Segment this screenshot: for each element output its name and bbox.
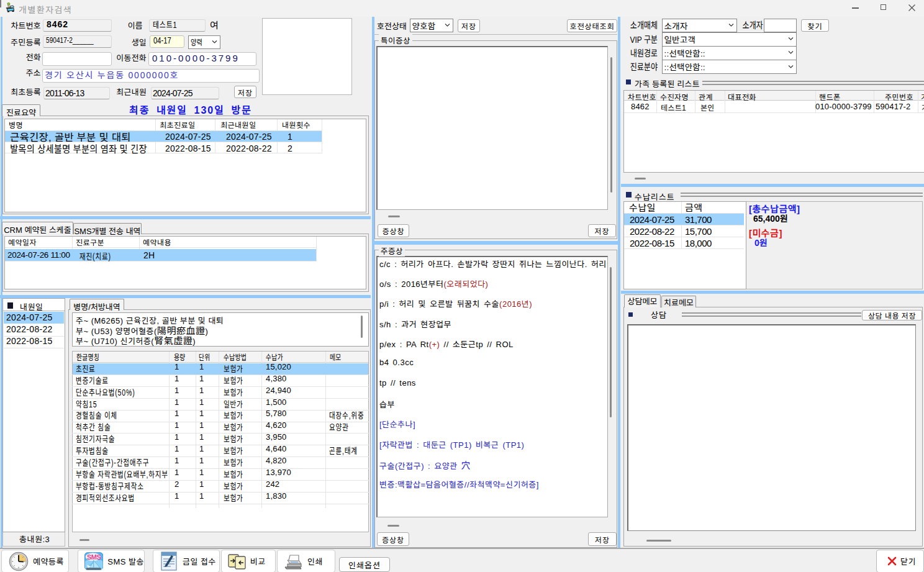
- svg-text:SMS: SMS: [87, 553, 101, 561]
